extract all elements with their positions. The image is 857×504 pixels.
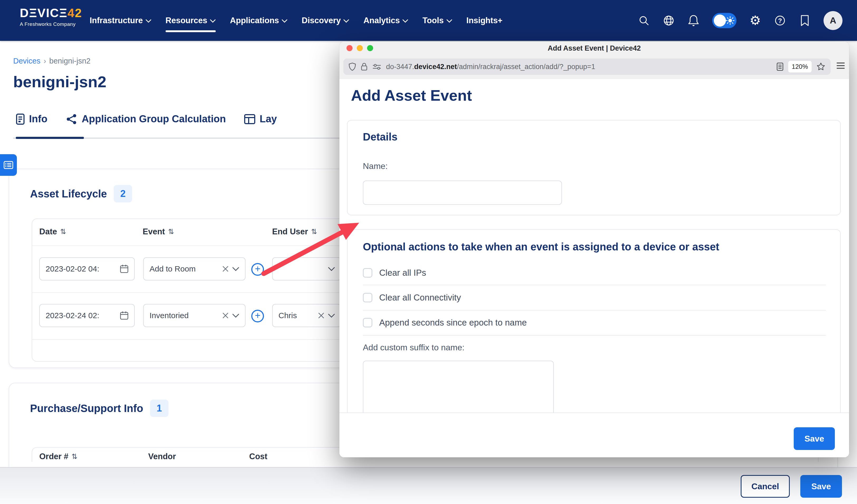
popup-heading: Add Asset Event bbox=[351, 86, 472, 104]
end-user-select[interactable] bbox=[272, 257, 341, 280]
url-text: do-3447.device42.net/admin/rackraj/asset… bbox=[386, 63, 772, 71]
user-avatar[interactable]: A bbox=[824, 11, 842, 30]
bookmark-icon[interactable] bbox=[799, 15, 811, 27]
column-header-order[interactable]: Order #⇅ bbox=[39, 452, 78, 461]
add-event-button[interactable]: + bbox=[251, 263, 264, 276]
help-icon[interactable]: ? bbox=[774, 15, 786, 27]
cancel-button[interactable]: Cancel bbox=[741, 475, 790, 498]
details-card: Details Name: bbox=[347, 120, 841, 215]
active-tab-underline bbox=[16, 137, 84, 139]
purchase-support-count-badge: 1 bbox=[150, 400, 168, 417]
add-asset-event-popup-window: Add Asset Event | Device42 do-3447.devic… bbox=[339, 42, 849, 457]
chevron-down-icon[interactable] bbox=[328, 267, 335, 271]
chevron-down-icon bbox=[210, 19, 216, 23]
asset-lifecycle-header: Asset Lifecycle 2 bbox=[30, 185, 132, 203]
column-header-end-user[interactable]: End User⇅ bbox=[272, 227, 317, 237]
end-user-select[interactable]: Chris bbox=[272, 304, 341, 327]
svg-text:?: ? bbox=[778, 17, 782, 24]
browser-menu-icon[interactable] bbox=[836, 62, 845, 70]
main-menu: Infrastructure Resources Applications Di… bbox=[90, 0, 502, 41]
popup-window-title: Add Asset Event | Device42 bbox=[548, 44, 641, 52]
active-nav-underline bbox=[166, 30, 216, 32]
logo-text: DΞVICΞ42 bbox=[20, 7, 82, 19]
date-input[interactable]: 2023-02-24 02: bbox=[39, 304, 135, 327]
nav-item-insights[interactable]: Insights+ bbox=[467, 0, 503, 41]
flow-icon bbox=[66, 114, 78, 125]
breadcrumb-separator: › bbox=[44, 57, 46, 65]
tab-info[interactable]: Info bbox=[16, 114, 48, 125]
optional-actions-heading: Optional actions to take when an event i… bbox=[363, 241, 719, 253]
column-header-cost[interactable]: Cost bbox=[249, 452, 267, 461]
list-icon bbox=[4, 161, 13, 169]
checkbox-unchecked[interactable] bbox=[363, 293, 372, 302]
sun-icon bbox=[726, 16, 734, 25]
page-footer: Cancel Save bbox=[0, 467, 857, 504]
logo-subtitle: A Freshworks Company bbox=[20, 21, 82, 27]
breadcrumb-devices-link[interactable]: Devices bbox=[13, 57, 40, 65]
nav-item-discovery[interactable]: Discovery bbox=[302, 0, 349, 41]
event-select[interactable]: Add to Room bbox=[143, 257, 246, 280]
chevron-down-icon[interactable] bbox=[232, 314, 239, 318]
event-select[interactable]: Inventoried bbox=[143, 304, 246, 327]
nav-item-resources[interactable]: Resources bbox=[166, 0, 216, 41]
name-label: Name: bbox=[363, 161, 388, 171]
popup-footer: Save bbox=[339, 413, 849, 457]
notifications-bell-icon[interactable] bbox=[687, 15, 700, 27]
chevron-down-icon bbox=[447, 19, 452, 23]
append-epoch-checkbox-row[interactable]: Append seconds since epoch to name bbox=[363, 318, 527, 328]
search-icon[interactable] bbox=[638, 15, 650, 27]
tab-application-group-calculation[interactable]: Application Group Calculation bbox=[66, 114, 226, 125]
nav-item-analytics[interactable]: Analytics bbox=[363, 0, 408, 41]
nav-item-infrastructure[interactable]: Infrastructure bbox=[90, 0, 151, 41]
tab-bar: Info Application Group Calculation Lay bbox=[16, 114, 277, 125]
address-bar[interactable]: do-3447.device42.net/admin/rackraj/asset… bbox=[343, 58, 830, 75]
column-header-event[interactable]: Event⇅ bbox=[142, 227, 174, 237]
clear-all-connectivity-checkbox-row[interactable]: Clear all Connectivity bbox=[363, 293, 461, 302]
reader-view-icon[interactable] bbox=[777, 63, 784, 71]
device42-logo[interactable]: DΞVICΞ42 A Freshworks Company bbox=[20, 7, 82, 27]
name-input[interactable] bbox=[363, 180, 562, 205]
browser-url-row: do-3447.device42.net/admin/rackraj/asset… bbox=[339, 55, 849, 79]
popup-content: Add Asset Event Details Name: Optional a… bbox=[339, 79, 849, 457]
zoom-window-button[interactable] bbox=[367, 45, 373, 51]
settings-gear-icon[interactable]: ⚙ bbox=[749, 15, 761, 27]
clear-x-icon[interactable] bbox=[318, 312, 324, 319]
clear-x-icon[interactable] bbox=[222, 266, 229, 272]
globe-icon[interactable] bbox=[663, 15, 675, 27]
nav-item-tools[interactable]: Tools bbox=[422, 0, 452, 41]
chevron-down-icon[interactable] bbox=[232, 267, 239, 271]
column-header-date[interactable]: Date⇅ bbox=[39, 227, 66, 237]
popup-save-button[interactable]: Save bbox=[794, 427, 835, 450]
sort-icon: ⇅ bbox=[168, 227, 174, 236]
theme-toggle[interactable] bbox=[712, 13, 737, 28]
chevron-down-icon[interactable] bbox=[328, 314, 335, 318]
date-input[interactable]: 2023-02-02 04: bbox=[39, 257, 135, 280]
save-button[interactable]: Save bbox=[800, 475, 842, 498]
asset-lifecycle-title: Asset Lifecycle bbox=[30, 188, 107, 200]
minimize-window-button[interactable] bbox=[357, 45, 363, 51]
nav-item-applications[interactable]: Applications bbox=[230, 0, 287, 41]
chevron-down-icon bbox=[402, 19, 408, 23]
divider bbox=[363, 335, 826, 335]
zoom-level-badge[interactable]: 120% bbox=[788, 61, 812, 72]
side-panel-toggle[interactable] bbox=[0, 154, 17, 176]
column-header-vendor[interactable]: Vendor bbox=[148, 452, 176, 461]
bookmark-star-icon[interactable] bbox=[817, 62, 825, 71]
add-event-button[interactable]: + bbox=[251, 310, 264, 323]
checkbox-unchecked[interactable] bbox=[363, 268, 372, 278]
clear-x-icon[interactable] bbox=[222, 312, 229, 319]
close-window-button[interactable] bbox=[347, 45, 353, 51]
calendar-icon[interactable] bbox=[120, 264, 129, 273]
toggle-knob bbox=[714, 15, 726, 27]
page-title: benigni-jsn2 bbox=[13, 73, 106, 91]
sort-icon: ⇅ bbox=[71, 452, 78, 461]
calendar-icon[interactable] bbox=[120, 311, 129, 320]
checkbox-unchecked[interactable] bbox=[363, 318, 372, 327]
permissions-sliders-icon[interactable] bbox=[372, 63, 381, 70]
tab-layout[interactable]: Lay bbox=[244, 114, 276, 125]
breadcrumb: Devices › benigni-jsn2 bbox=[13, 57, 90, 65]
clear-all-ips-checkbox-row[interactable]: Clear all IPs bbox=[363, 268, 426, 278]
chevron-down-icon bbox=[146, 19, 151, 23]
popup-titlebar[interactable]: Add Asset Event | Device42 bbox=[339, 42, 849, 55]
document-icon bbox=[16, 114, 25, 125]
